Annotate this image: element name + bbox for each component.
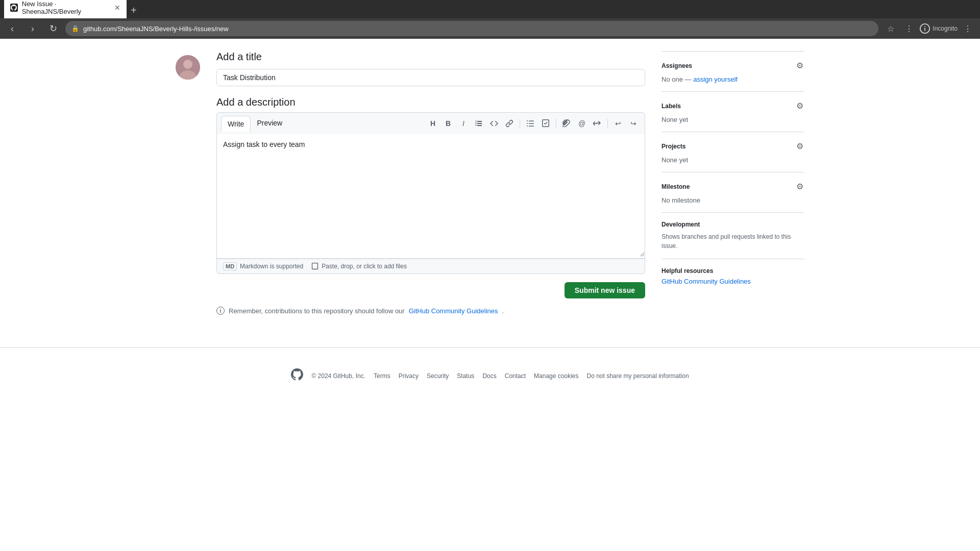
security-lock-icon: 🔒	[71, 25, 79, 32]
milestone-header: Milestone ⚙	[662, 181, 804, 192]
tab-title: New Issue · SheenaJNS/Beverly	[22, 0, 110, 15]
incognito-label: Incognito	[933, 25, 958, 32]
footer-contact-link[interactable]: Contact	[505, 372, 526, 380]
milestone-gear-button[interactable]: ⚙	[795, 181, 804, 192]
menu-button[interactable]: ⋮	[960, 20, 976, 37]
github-footer-logo	[291, 368, 303, 383]
bold-button[interactable]: B	[441, 116, 455, 131]
back-button[interactable]: ‹	[4, 20, 20, 37]
italic-button[interactable]: I	[456, 116, 471, 131]
undo-button[interactable]: ↩	[611, 116, 625, 131]
unordered-list-button[interactable]	[523, 116, 537, 131]
toolbar-divider-1	[520, 119, 520, 128]
editor-body: Assign task to every team	[216, 134, 645, 259]
attachment-button[interactable]	[559, 116, 574, 131]
write-tab[interactable]: Write	[221, 116, 251, 132]
development-section: Development Shows branches and pull requ…	[662, 212, 804, 259]
footer-docs-link[interactable]: Docs	[482, 372, 496, 380]
issue-main-form: Add a title Add a description Write Prev…	[216, 51, 645, 315]
projects-section: Projects ⚙ None yet	[662, 132, 804, 172]
extensions-button[interactable]: ⋮	[901, 20, 917, 37]
user-avatar	[176, 55, 200, 80]
title-section-heading: Add a title	[216, 51, 645, 63]
milestone-section: Milestone ⚙ No milestone	[662, 172, 804, 212]
resize-handle[interactable]: ⋱	[641, 254, 645, 258]
bookmark-button[interactable]: ☆	[883, 20, 899, 37]
description-textarea[interactable]: Assign task to every team	[217, 134, 645, 257]
labels-section: Labels ⚙ None yet	[662, 91, 804, 132]
projects-header: Projects ⚙	[662, 140, 804, 152]
footer-status-link[interactable]: Status	[457, 372, 474, 380]
submit-button[interactable]: Submit new issue	[565, 282, 645, 298]
address-bar[interactable]: 🔒 github.com/SheenaJNS/Beverly-Hills-/is…	[65, 21, 878, 36]
assignees-title: Assignees	[662, 62, 692, 69]
editor-footer: MD Markdown is supported Paste, drop, or…	[216, 259, 645, 274]
helpful-link-container: GitHub Community Guidelines	[662, 278, 804, 285]
task-list-button[interactable]	[538, 116, 553, 131]
assign-yourself-link[interactable]: assign yourself	[693, 76, 738, 83]
tab-close-button[interactable]: ✕	[114, 4, 120, 12]
assignees-section: Assignees ⚙ No one — assign yourself	[662, 51, 804, 91]
info-icon: i	[216, 307, 225, 315]
file-upload-area[interactable]: Paste, drop, or click to add files	[311, 263, 407, 270]
labels-value: None yet	[662, 116, 804, 123]
editor-toolbar: Write Preview H B I	[216, 112, 645, 134]
editor-body-wrapper: Assign task to every team ⋱	[216, 134, 645, 259]
issue-title-input[interactable]	[216, 69, 645, 86]
footer-do-not-share-link[interactable]: Do not share my personal information	[586, 372, 689, 380]
cross-reference-button[interactable]	[590, 116, 604, 131]
projects-gear-button[interactable]: ⚙	[795, 140, 804, 152]
issue-sidebar: Assignees ⚙ No one — assign yourself Lab…	[662, 51, 804, 293]
page-footer: © 2024 GitHub, Inc. Terms Privacy Securi…	[0, 347, 980, 395]
code-button[interactable]	[487, 116, 501, 131]
redo-button[interactable]: ↪	[626, 116, 641, 131]
development-title: Development	[662, 221, 700, 228]
helpful-resources-section: Helpful resources GitHub Community Guide…	[662, 259, 804, 293]
preview-tab[interactable]: Preview	[251, 116, 288, 131]
helpful-community-link[interactable]: GitHub Community Guidelines	[662, 278, 751, 285]
toolbar-divider-2	[556, 119, 556, 128]
assignees-header: Assignees ⚙	[662, 60, 804, 71]
projects-title: Projects	[662, 143, 685, 150]
footer-manage-cookies-link[interactable]: Manage cookies	[534, 372, 578, 380]
page-content: Add a title Add a description Write Prev…	[163, 39, 817, 327]
link-button[interactable]	[502, 116, 517, 131]
ordered-list-button[interactable]	[472, 116, 486, 131]
labels-gear-button[interactable]: ⚙	[795, 100, 804, 112]
reload-button[interactable]: ↻	[45, 20, 61, 37]
assignees-gear-button[interactable]: ⚙	[795, 60, 804, 71]
labels-title: Labels	[662, 103, 681, 110]
tab-favicon	[10, 4, 18, 12]
markdown-badge: MD Markdown is supported	[223, 262, 303, 270]
active-tab[interactable]: New Issue · SheenaJNS/Beverly ✕	[4, 0, 127, 18]
community-notice: i Remember, contributions to this reposi…	[216, 307, 645, 315]
upload-label: Paste, drop, or click to add files	[322, 263, 407, 270]
heading-button[interactable]: H	[426, 116, 440, 131]
markdown-label: Markdown is supported	[240, 263, 303, 270]
description-section: Add a description Write Preview H B I	[216, 96, 645, 274]
toolbar-divider-3	[607, 119, 608, 128]
milestone-value: No milestone	[662, 196, 804, 204]
community-notice-period: .	[502, 307, 504, 315]
development-header: Development	[662, 221, 804, 228]
footer-privacy-link[interactable]: Privacy	[399, 372, 419, 380]
url-display: github.com/SheenaJNS/Beverly-Hills-/issu…	[83, 25, 229, 33]
description-section-heading: Add a description	[216, 96, 645, 108]
tab-bar: New Issue · SheenaJNS/Beverly ✕ +	[0, 0, 980, 18]
helpful-resources-title: Helpful resources	[662, 267, 804, 274]
incognito-indicator: Incognito	[919, 23, 958, 34]
editor-tabs: Write Preview	[221, 116, 288, 131]
community-guidelines-link[interactable]: GitHub Community Guidelines	[409, 307, 498, 315]
footer-terms-link[interactable]: Terms	[374, 372, 390, 380]
assignees-value: No one — assign yourself	[662, 76, 804, 83]
editor-toolbar-buttons: H B I	[426, 116, 641, 131]
footer-security-link[interactable]: Security	[427, 372, 449, 380]
browser-toolbar: ‹ › ↻ 🔒 github.com/SheenaJNS/Beverly-Hil…	[0, 18, 980, 39]
projects-value: None yet	[662, 156, 804, 164]
submit-area: Submit new issue	[216, 282, 645, 298]
avatar-image	[176, 55, 200, 80]
footer-links: © 2024 GitHub, Inc. Terms Privacy Securi…	[12, 368, 968, 383]
forward-button[interactable]: ›	[24, 20, 41, 37]
new-tab-button[interactable]: +	[127, 5, 141, 16]
mention-button[interactable]: @	[575, 116, 589, 131]
